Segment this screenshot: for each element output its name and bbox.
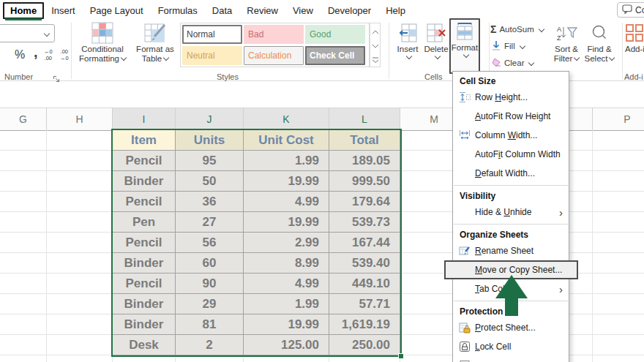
sort-filter-button[interactable]: AZ Sort & Filter [550,21,583,71]
menu-item-autofit-column-width[interactable]: AutoFit Column Width [453,145,569,164]
style-bad[interactable]: Bad [244,25,304,44]
gallery-scroll-up-icon[interactable] [372,24,379,37]
table-cell[interactable]: Binder [113,314,176,335]
table-cell[interactable]: Desk [113,335,176,355]
style-normal[interactable]: Normal [182,25,242,44]
table-cell[interactable]: 1.99 [244,151,329,171]
number-format-combobox[interactable] [0,24,55,42]
menu-item-protect-sheet[interactable]: Protect Sheet... [453,318,569,337]
column-header-h[interactable]: H [47,108,113,131]
column-header-k[interactable]: K [244,108,329,131]
menu-item-default-width[interactable]: Default Width... [453,164,569,183]
column-header-j[interactable]: J [176,108,244,131]
table-cell[interactable]: Binder [113,294,176,314]
tab-view[interactable]: View [285,2,321,19]
table-header-cell[interactable]: Total [329,130,400,151]
table-cell[interactable]: 539.40 [329,253,400,274]
increase-decimal-button[interactable]: ←0 .00 [44,48,53,62]
table-cell[interactable]: 50 [176,171,244,192]
conditional-formatting-button[interactable]: Conditional Formatting [73,21,132,71]
table-cell[interactable]: 29 [176,294,244,314]
table-cell[interactable]: 4.99 [244,192,329,212]
tab-review[interactable]: Review [239,2,285,19]
tab-insert[interactable]: Insert [44,2,83,19]
ribbon-tabs: HomeInsertPage LayoutFormulasDataReviewV… [3,1,413,20]
menu-section-header-visibility: Visibility [453,188,569,203]
menu-item-format-cells[interactable]: Format Cells... [453,356,569,362]
column-header-g[interactable]: G [0,108,47,131]
autosum-button[interactable]: Σ AutoSum [490,23,544,35]
delete-cells-button[interactable]: Delete [422,21,450,71]
style-neutral[interactable]: Neutral [182,46,242,65]
menu-item-column-width[interactable]: Column Width... [453,126,569,145]
menu-item-autofit-row-height[interactable]: AutoFit Row Height [453,107,569,126]
table-cell[interactable]: 2.99 [244,233,329,253]
format-as-table-button[interactable]: Format as Table [132,21,178,71]
table-cell[interactable]: 2 [176,335,244,355]
column-header-p[interactable]: P [593,108,644,131]
tab-data[interactable]: Data [205,2,239,19]
table-cell[interactable]: 539.73 [329,212,400,233]
style-calculation[interactable]: Calculation [244,46,304,65]
tab-page-layout[interactable]: Page Layout [83,2,151,19]
tab-help[interactable]: Help [378,2,413,19]
table-cell[interactable]: 4.99 [244,274,329,294]
table-cell[interactable]: 57.71 [329,294,400,314]
table-cell[interactable]: Pencil [113,274,176,294]
table-cell[interactable]: Pencil [113,151,176,171]
table-cell[interactable]: 8.99 [244,253,329,274]
percent-style-button[interactable]: % [15,48,25,61]
table-cell[interactable]: Binder [113,171,176,192]
chevron-down-icon [121,55,127,61]
table-cell[interactable]: 250.00 [329,335,400,355]
format-button[interactable]: Format [449,18,480,74]
table-cell[interactable]: 1.99 [244,294,329,314]
table-cell[interactable]: Binder [113,253,176,274]
find-select-button[interactable]: Find & Select [583,21,616,71]
table-cell[interactable]: 179.64 [329,192,400,212]
table-header-cell[interactable]: Item [113,130,176,151]
table-cell[interactable]: 19.99 [244,171,329,192]
tab-developer[interactable]: Developer [321,2,378,19]
table-cell[interactable]: Pencil [113,192,176,212]
table-cell[interactable]: 449.10 [329,274,400,294]
table-cell[interactable]: 1,619.19 [329,314,400,335]
table-header-cell[interactable]: Units [176,130,244,151]
table-cell[interactable]: 60 [176,253,244,274]
table-cell[interactable]: 19.99 [244,212,329,233]
table-cell[interactable]: 125.00 [244,335,329,355]
comments-button[interactable]: Co [617,2,644,18]
table-cell[interactable]: 95 [176,151,244,171]
insert-cells-button[interactable]: Insert [394,21,422,71]
table-cell[interactable]: 36 [176,192,244,212]
table-cell[interactable]: 81 [176,314,244,335]
style-check-cell[interactable]: Check Cell [305,46,365,65]
add-ins-button[interactable]: Add-i [625,21,644,71]
table-header-cell[interactable]: Unit Cost [244,130,329,151]
gallery-scroll-down-icon[interactable] [372,38,379,51]
table-cell[interactable]: Pen [113,212,176,233]
styles-gallery-scroll [370,23,381,67]
comma-style-button[interactable]: , [34,44,38,61]
table-cell[interactable]: 189.05 [329,151,400,171]
decrease-decimal-button[interactable]: .00 →0 [60,48,69,62]
gallery-more-icon[interactable] [372,53,379,66]
fill-button[interactable]: Fill [491,40,525,52]
menu-item-hide-unhide[interactable]: Hide & Unhide› [453,203,569,222]
menu-item-lock-cell[interactable]: Lock Cell [453,337,569,356]
tab-formulas[interactable]: Formulas [151,2,205,19]
column-header-i[interactable]: I [113,108,176,131]
table-cell[interactable]: 19.99 [244,314,329,335]
menu-item-row-height[interactable]: Row Height... [453,88,569,107]
table-cell[interactable]: 90 [176,274,244,294]
style-good[interactable]: Good [305,25,365,44]
column-header-l[interactable]: L [329,108,400,131]
clear-button[interactable]: Clear [491,57,533,69]
table-cell[interactable]: Pencil [113,233,176,253]
table-cell[interactable]: 56 [176,233,244,253]
table-cell[interactable]: 999.50 [329,171,400,192]
table-cell[interactable]: 27 [176,212,244,233]
tab-home[interactable]: Home [3,2,44,19]
table-cell[interactable]: 167.44 [329,233,400,253]
menu-item-rename-sheet[interactable]: Rename Sheet [453,241,569,260]
